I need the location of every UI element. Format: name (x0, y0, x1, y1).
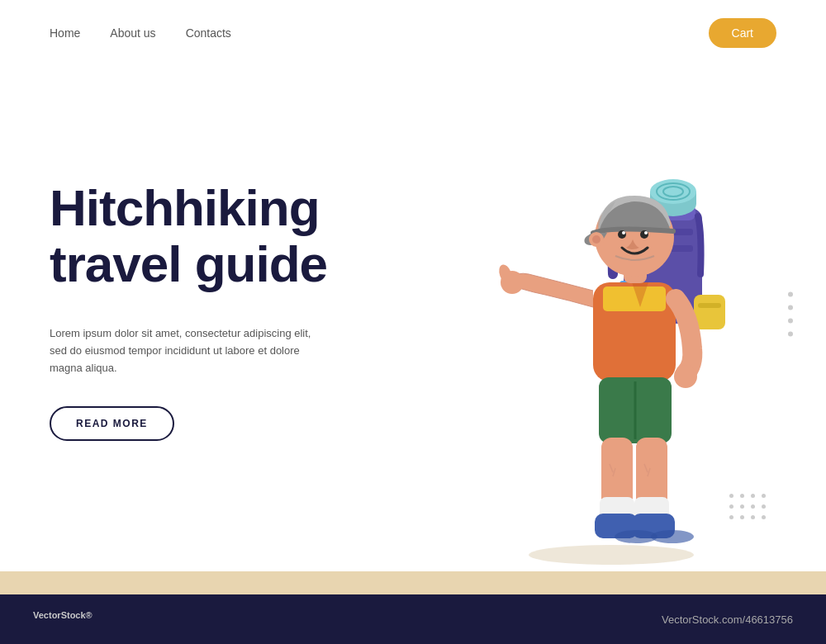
footer-url: VectorStock.com/46613756 (662, 613, 793, 626)
right-section (446, 66, 776, 571)
svg-point-24 (644, 231, 648, 234)
footer-logo-text: VectorStock (33, 610, 86, 620)
svg-point-36 (651, 530, 694, 543)
nav-link-about[interactable]: About us (110, 26, 155, 40)
read-more-button[interactable]: READ MORE (50, 406, 174, 441)
navbar: Home About us Contacts Cart (0, 0, 826, 66)
svg-point-26 (592, 235, 601, 244)
svg-point-21 (618, 230, 626, 239)
nav-link-home[interactable]: Home (50, 26, 80, 40)
footer-logo: VectorStock® (33, 608, 93, 630)
dot-4 (788, 332, 793, 337)
hero-title: Hitchhiking travel guide (50, 180, 446, 292)
page-wrapper: Home About us Contacts Cart Hitchhiking … (0, 0, 826, 644)
dot-3 (788, 319, 793, 324)
dot-1 (788, 292, 793, 297)
hiker-illustration (471, 109, 752, 571)
nav-links: Home About us Contacts (50, 26, 231, 40)
main-content: Hitchhiking travel guide Lorem ipsum dol… (0, 66, 826, 571)
svg-rect-11 (698, 303, 721, 308)
hero-title-line1: Hitchhiking (50, 179, 320, 236)
cart-button[interactable]: Cart (709, 18, 776, 48)
dots-decoration-vertical (788, 292, 793, 337)
svg-point-18 (674, 365, 697, 388)
left-section: Hitchhiking travel guide Lorem ipsum dol… (50, 66, 446, 571)
svg-rect-15 (603, 286, 666, 311)
svg-rect-10 (694, 295, 725, 329)
footer-logo-suffix: ® (86, 610, 93, 620)
hero-description: Lorem ipsum dolor sit amet, consectetur … (50, 325, 330, 376)
nav-link-contacts[interactable]: Contacts (186, 26, 231, 40)
hero-title-line2: travel guide (50, 235, 327, 292)
svg-point-22 (640, 230, 648, 239)
svg-point-23 (622, 231, 625, 234)
ground-strip (0, 571, 826, 594)
dot-2 (788, 305, 793, 310)
footer-bar: VectorStock® VectorStock.com/46613756 (0, 594, 826, 644)
svg-point-0 (529, 545, 694, 565)
